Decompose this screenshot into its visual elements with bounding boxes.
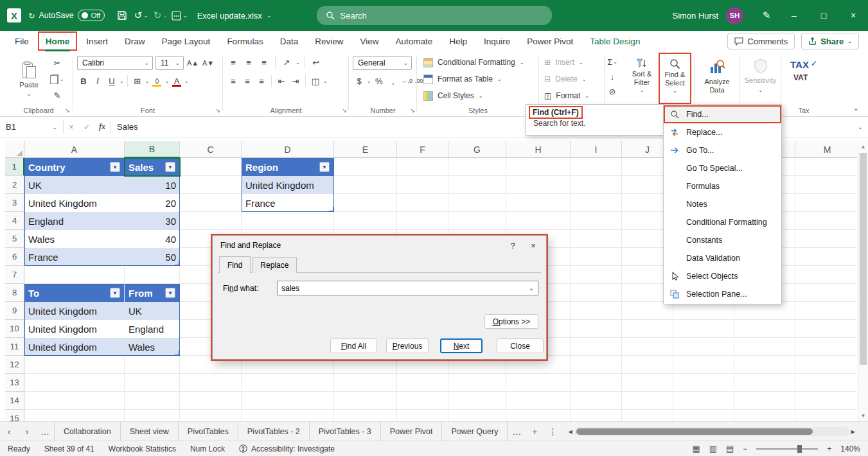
zoom-thumb-icon[interactable]: [797, 445, 802, 453]
cell-A5[interactable]: Wales: [24, 230, 125, 248]
hscroll-track[interactable]: [574, 427, 849, 436]
sheet-menu-dots[interactable]: ⋮: [544, 426, 562, 437]
page-layout-view-icon[interactable]: ▥: [709, 444, 717, 453]
copy-button[interactable]: ⌄: [50, 73, 64, 85]
row-header-2[interactable]: 2: [5, 176, 24, 194]
tab-inquire[interactable]: Inquire: [475, 31, 518, 51]
sensitivity-button[interactable]: Sensitivity ⌄: [741, 54, 779, 103]
row-header-4[interactable]: 4: [5, 212, 24, 230]
dialog-title-bar[interactable]: Find and Replace ? ×: [213, 236, 546, 255]
zoom-out-button[interactable]: −: [743, 444, 747, 453]
align-top-button[interactable]: ≡: [227, 56, 240, 69]
column-header-C[interactable]: C: [180, 141, 242, 158]
insert-cells-button[interactable]: ⊞ Insert ⌄: [544, 55, 583, 70]
status-workbook-statistics[interactable]: Workbook Statistics: [109, 444, 176, 453]
menu-item-go-to[interactable]: Go To...: [664, 141, 781, 159]
sheet-nav-left-icon[interactable]: ‹: [0, 426, 18, 437]
previous-button[interactable]: Previous: [386, 338, 429, 353]
filter-button[interactable]: ▼: [165, 288, 175, 298]
zoom-slider[interactable]: [756, 445, 818, 453]
sheet-tab-pivottables[interactable]: PivotTables: [179, 422, 238, 441]
filter-button[interactable]: ▼: [110, 288, 120, 298]
normal-view-icon[interactable]: ▦: [692, 444, 700, 453]
cell-A6[interactable]: France: [24, 248, 125, 266]
row-header-13[interactable]: 13: [5, 374, 24, 392]
decrease-indent-button[interactable]: ⇤: [275, 75, 288, 87]
align-left-button[interactable]: ≡: [227, 75, 240, 87]
zoom-in-button[interactable]: +: [827, 444, 831, 453]
row-header-1[interactable]: 1: [5, 158, 24, 176]
cut-button[interactable]: ✂: [50, 57, 64, 69]
comments-button[interactable]: Comments: [727, 33, 795, 49]
status-sheet-info[interactable]: Sheet 39 of 41: [44, 444, 94, 453]
cell-A2[interactable]: UK: [24, 176, 125, 194]
sheet-tab-power-pivot[interactable]: Power Pivot: [381, 422, 443, 441]
scroll-up-icon[interactable]: ▲: [858, 144, 868, 150]
paste-button[interactable]: Paste ⌄: [13, 55, 44, 103]
menu-item-find[interactable]: Find...: [664, 105, 781, 123]
menu-item-notes[interactable]: Notes: [664, 195, 781, 213]
enter-entry-button[interactable]: ✓: [79, 123, 94, 132]
dialog-close-button[interactable]: ×: [523, 241, 544, 250]
dialog-launcher-icon[interactable]: ↘: [65, 107, 70, 114]
find-what-input[interactable]: sales ⌄: [277, 281, 538, 295]
tab-data[interactable]: Data: [272, 31, 307, 51]
horizontal-scrollbar[interactable]: ◂ ▸: [568, 426, 868, 436]
user-name[interactable]: Simon Hurst: [672, 11, 718, 21]
bold-button[interactable]: B: [77, 75, 90, 87]
maximize-button[interactable]: □: [809, 0, 838, 31]
align-bottom-button[interactable]: ≡: [258, 56, 270, 69]
cell-A1[interactable]: Country▼: [24, 158, 125, 176]
tab-file[interactable]: File: [6, 31, 37, 51]
tab-home[interactable]: Home: [37, 31, 78, 51]
sheet-tab-collaboration[interactable]: Collaboration: [55, 422, 121, 441]
cell-B4[interactable]: 30: [125, 212, 180, 230]
dialog-tab-replace[interactable]: Replace: [252, 257, 297, 273]
cell-A11[interactable]: United Kingdom: [24, 338, 125, 356]
tab-power-pivot[interactable]: Power Pivot: [518, 31, 581, 51]
scroll-down-icon[interactable]: ▼: [858, 413, 868, 419]
format-painter-button[interactable]: ✎: [50, 89, 64, 101]
filter-button[interactable]: ▼: [319, 162, 330, 172]
collapse-ribbon-button[interactable]: ⌄: [853, 104, 859, 112]
column-header-F[interactable]: F: [397, 141, 448, 158]
row-header-6[interactable]: 6: [5, 248, 24, 266]
autosum-button[interactable]: Σ⌄: [606, 55, 619, 68]
autosave-toggle[interactable]: Off: [78, 10, 105, 21]
tab-page-layout[interactable]: Page Layout: [154, 31, 219, 51]
cell-A8[interactable]: To▼: [24, 284, 125, 302]
row-header-5[interactable]: 5: [5, 230, 24, 248]
font-name-select[interactable]: Calibri⌄: [77, 56, 153, 70]
tab-view[interactable]: View: [351, 31, 387, 51]
sheet-tab-power-query[interactable]: Power Query: [442, 422, 508, 441]
delete-cells-button[interactable]: ⊟ Delete ⌄: [544, 71, 586, 87]
cell-B10[interactable]: England: [125, 320, 180, 338]
comma-style-button[interactable]: ,: [387, 75, 400, 87]
next-button[interactable]: Next: [440, 338, 483, 353]
underline-button[interactable]: U: [105, 75, 118, 87]
menu-item-go-to-special[interactable]: Go To Special...: [664, 159, 781, 177]
cell-styles-button[interactable]: Cell Styles ⌄: [421, 88, 485, 103]
sheet-list-ellipsis[interactable]: …: [36, 426, 54, 437]
accounting-format-button[interactable]: $: [353, 75, 366, 87]
tab-table-design[interactable]: Table Design: [581, 31, 648, 51]
italic-button[interactable]: I: [91, 75, 104, 87]
dialog-launcher-icon[interactable]: ↘: [342, 107, 347, 114]
cell-B6[interactable]: 50: [125, 248, 180, 266]
cell-B3[interactable]: 20: [125, 194, 180, 212]
column-header-E[interactable]: E: [334, 141, 397, 158]
cell-A3[interactable]: United Kingdom: [24, 194, 125, 212]
column-header-B[interactable]: B: [125, 141, 180, 158]
increase-indent-button[interactable]: ⇥: [289, 75, 302, 87]
sheet-tab-pivottables-3[interactable]: PivotTables - 3: [310, 422, 381, 441]
cell-A10[interactable]: United Kingdom: [24, 320, 125, 338]
avatar[interactable]: SH: [726, 7, 743, 24]
column-header-H[interactable]: H: [506, 141, 571, 158]
find-select-button[interactable]: Find & Select ⌄: [660, 54, 690, 103]
menu-item-select-objects[interactable]: Select Objects: [664, 267, 781, 285]
excel-app-icon[interactable]: X: [0, 0, 28, 31]
align-right-button[interactable]: ≡: [255, 75, 268, 87]
cell-D3[interactable]: France: [242, 194, 334, 212]
combo-dropdown-icon[interactable]: ⌄: [525, 281, 538, 295]
scroll-left-icon[interactable]: ◂: [568, 426, 572, 436]
